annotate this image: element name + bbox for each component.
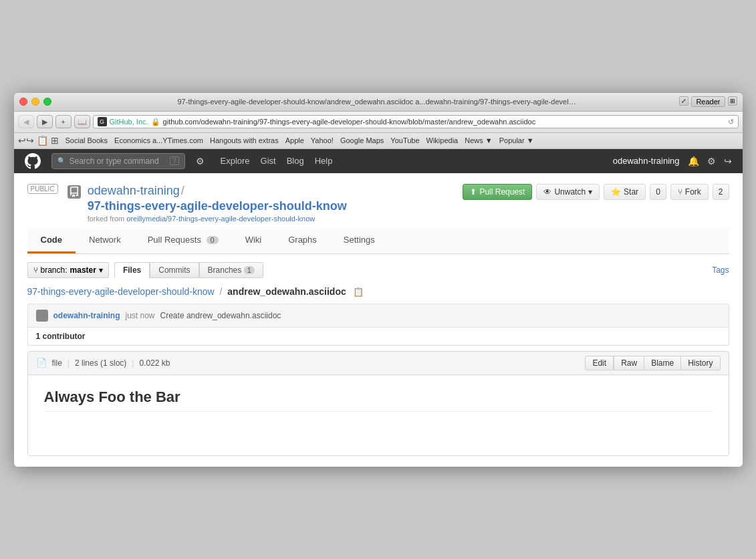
file-heading: Always Foo the Bar — [44, 388, 713, 406]
commits-tab[interactable]: Commits — [150, 262, 199, 278]
url-text: github.com/odewahn-training/97-things-ev… — [163, 118, 725, 126]
history-button[interactable]: History — [681, 356, 720, 370]
commit-author[interactable]: odewahn-training — [53, 311, 120, 320]
unwatch-button[interactable]: 👁 Unwatch ▾ — [536, 184, 600, 200]
nav-blog[interactable]: Blog — [287, 156, 304, 166]
file-view-header: 📄 file | 2 lines (1 sloc) | 0.022 kb Edi… — [28, 352, 729, 375]
forward-button[interactable]: ▶ — [37, 115, 53, 128]
address-bar[interactable]: G GitHub, Inc. 🔒 github.com/odewahn-trai… — [93, 115, 739, 128]
reload-icon[interactable]: ↺ — [728, 118, 734, 126]
search-box[interactable]: 🔍 Search or type command ? — [51, 153, 185, 169]
settings-gear-icon[interactable]: ⚙ — [707, 156, 716, 166]
bookmark-apple[interactable]: Apple — [285, 136, 304, 144]
bookmark-economics[interactable]: Economics a...YTimes.com — [114, 136, 203, 144]
bookmark-wikipedia[interactable]: Wikipedia — [426, 136, 459, 144]
file-tabs: Files Commits Branches 1 — [114, 262, 263, 278]
raw-button[interactable]: Raw — [614, 356, 644, 370]
star-label: Star — [624, 187, 638, 197]
commit-message: Create andrew_odewahn.asciidoc — [160, 311, 281, 320]
user-name[interactable]: odewahn-training — [613, 156, 680, 166]
minimize-button[interactable] — [31, 98, 39, 106]
nav-bar: ◀ ▶ + 📖 G GitHub, Inc. 🔒 github.com/odew… — [14, 112, 743, 133]
settings-icon[interactable]: ⚙ — [196, 156, 205, 166]
traffic-lights — [19, 98, 51, 106]
tab-pull-requests[interactable]: Pull Requests 0 — [134, 228, 232, 253]
copy-icon[interactable]: 📋 — [353, 287, 364, 297]
close-button[interactable] — [19, 98, 27, 106]
tab-settings[interactable]: Settings — [330, 228, 388, 253]
reader-button[interactable]: Reader — [691, 96, 725, 107]
resize-icon[interactable]: ⤢ — [679, 96, 688, 106]
search-placeholder: Search or type command — [70, 156, 159, 166]
forked-from-link[interactable]: oreillymedia/97-things-every-agile-devel… — [126, 215, 315, 223]
site-favicon: G — [98, 117, 107, 126]
search-icon: 🔍 — [57, 157, 66, 164]
lock-icon: 🔒 — [151, 118, 160, 126]
notifications-icon[interactable]: 🔔 — [688, 156, 699, 166]
commit-time: just now — [126, 311, 155, 320]
fork-label: Fork — [685, 187, 701, 197]
reading-list-icon: 📋 — [37, 135, 48, 146]
tab-bar: Code Network Pull Requests 0 Wiki Graphs… — [27, 228, 729, 254]
branch-name: master — [70, 265, 96, 275]
file-type: file — [52, 358, 62, 368]
bookmark-youtube[interactable]: YouTube — [390, 136, 419, 144]
bookmark-google-maps[interactable]: Google Maps — [340, 136, 384, 144]
bookmark-hangouts[interactable]: Hangouts with extras — [210, 136, 279, 144]
repo-header: PUBLIC odewahn-training / 97-things-ever… — [27, 184, 729, 223]
files-tab[interactable]: Files — [114, 262, 150, 278]
eye-icon: 👁 — [543, 187, 551, 197]
edit-button[interactable]: Edit — [585, 356, 614, 370]
visibility-badge: PUBLIC — [27, 184, 58, 194]
fullscreen-icon[interactable]: ⊞ — [728, 96, 737, 106]
file-content: Always Foo the Bar — [28, 375, 729, 455]
page-content: PUBLIC odewahn-training / 97-things-ever… — [14, 173, 743, 467]
breadcrumb-repo-link[interactable]: 97-things-every-agile-developer-should-k… — [27, 286, 215, 297]
add-tab-button[interactable]: + — [55, 115, 72, 128]
bookmark-popular[interactable]: Popular ▼ — [499, 136, 534, 144]
nav-explore[interactable]: Explore — [221, 156, 250, 166]
favicon-text: G — [100, 118, 104, 125]
commit-author-avatar — [36, 310, 48, 322]
company-name: GitHub, Inc. — [110, 118, 148, 126]
tab-graphs[interactable]: Graphs — [275, 228, 330, 253]
repo-name-link[interactable]: 97-things-every-agile-developer-should-k… — [88, 199, 347, 213]
file-lines: 2 lines (1 sloc) — [75, 358, 126, 368]
annotation-container: Edit Click “Edit” — [585, 356, 614, 370]
star-count[interactable]: 0 — [650, 184, 666, 200]
contributors-count: 1 — [36, 332, 41, 341]
breadcrumb-separator: / — [220, 286, 225, 297]
contributors-label: contributor — [43, 332, 86, 341]
star-icon: ⭐ — [611, 187, 621, 197]
back-button[interactable]: ◀ — [18, 115, 34, 128]
bookmark-news[interactable]: News ▼ — [465, 136, 492, 144]
bookmarks-icon[interactable]: 📖 — [74, 115, 90, 128]
bookmarks-icon-left: ↩↪ — [18, 135, 34, 146]
pull-request-button[interactable]: ⬆ Pull Request — [463, 184, 532, 200]
tab-code[interactable]: Code — [27, 228, 76, 253]
tab-wiki[interactable]: Wiki — [232, 228, 275, 253]
branches-tab[interactable]: Branches 1 — [199, 262, 263, 278]
fork-button[interactable]: ⑂ Fork — [670, 184, 709, 200]
gh-nav-links: Explore Gist Blog Help — [221, 156, 333, 166]
star-button[interactable]: ⭐ Star — [604, 184, 646, 200]
signout-icon[interactable]: ↪ — [724, 156, 732, 166]
bookmark-social-books[interactable]: Social Books — [66, 136, 108, 144]
nav-gist[interactable]: Gist — [261, 156, 276, 166]
keyboard-shortcut: ? — [170, 156, 179, 165]
branch-selector[interactable]: ⑂ branch: master ▾ — [27, 262, 109, 278]
fork-count[interactable]: 2 — [713, 184, 729, 200]
repo-owner-link[interactable]: odewahn-training — [88, 184, 180, 198]
pull-request-label: Pull Request — [479, 187, 525, 197]
window-title: 97-things-every-agile-developer-should-k… — [178, 98, 579, 106]
file-divider — [44, 411, 713, 412]
maximize-button[interactable] — [43, 98, 51, 106]
bookmark-yahoo[interactable]: Yahoo! — [311, 136, 334, 144]
blame-button[interactable]: Blame — [644, 356, 681, 370]
repo-icon — [68, 185, 81, 199]
tags-link[interactable]: Tags — [712, 265, 729, 275]
tab-network[interactable]: Network — [76, 228, 134, 253]
breadcrumb-file: andrew_odewahn.asciidoc — [227, 286, 346, 297]
breadcrumb: 97-things-every-agile-developer-should-k… — [27, 286, 729, 297]
nav-help[interactable]: Help — [315, 156, 333, 166]
